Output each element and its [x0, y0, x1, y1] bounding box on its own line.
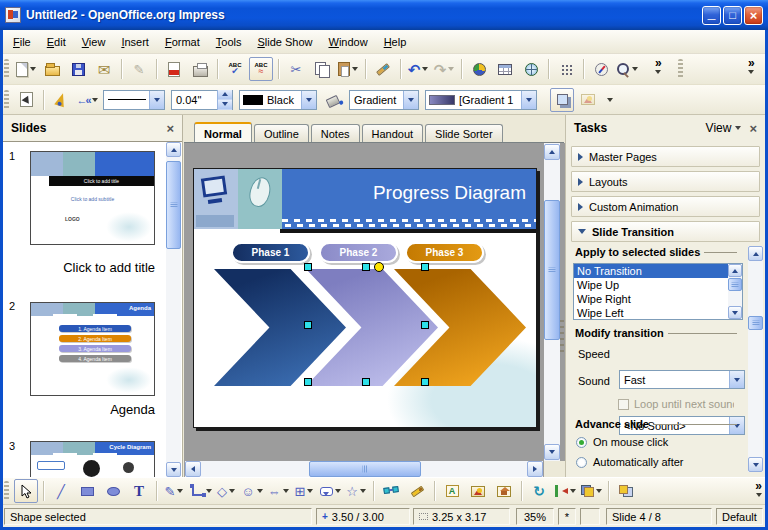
email-button[interactable]: ✉	[92, 57, 116, 81]
scroll-up-button[interactable]	[748, 246, 763, 261]
tab-outline[interactable]: Outline	[254, 124, 309, 142]
section-layouts[interactable]: Layouts	[571, 171, 760, 192]
line-style-select[interactable]	[103, 90, 165, 110]
select-arrow[interactable]	[403, 91, 418, 109]
selection-handle[interactable]	[421, 321, 429, 329]
rotate-button[interactable]: ↻	[527, 479, 551, 503]
save-button[interactable]	[66, 57, 90, 81]
toolbar-more-icon[interactable]	[607, 98, 613, 102]
undo-button[interactable]: ↶	[406, 57, 430, 81]
scroll-thumb[interactable]	[166, 161, 181, 249]
format-paintbrush-button[interactable]	[371, 57, 395, 81]
radio-automatically-after[interactable]	[576, 457, 587, 468]
workspace-vscrollbar[interactable]	[544, 143, 560, 461]
menu-format[interactable]: Format	[157, 32, 208, 52]
redo-button[interactable]: ↷	[432, 57, 456, 81]
symbol-shapes-button[interactable]: ☺	[240, 479, 264, 503]
spellcheck-button[interactable]: ABC✔	[223, 57, 247, 81]
list-scrollbar[interactable]	[728, 264, 742, 319]
selection-handle[interactable]	[304, 263, 312, 271]
callouts-button[interactable]	[318, 479, 342, 503]
zoom-button[interactable]	[615, 57, 639, 81]
maximize-button[interactable]: □	[723, 6, 742, 25]
menu-window[interactable]: Window	[321, 32, 376, 52]
line-tool-button[interactable]: ╱	[49, 479, 73, 503]
text-tool-button[interactable]: T	[127, 479, 151, 503]
toolbar-grip[interactable]	[4, 59, 9, 79]
menu-file[interactable]: File	[5, 32, 39, 52]
scroll-right-button[interactable]	[527, 461, 543, 477]
section-slide-transition[interactable]: Slide Transition	[571, 221, 760, 242]
insert-chart-button[interactable]	[467, 57, 491, 81]
speed-select[interactable]: Fast	[619, 370, 745, 389]
phase1-pill[interactable]: Phase 1	[231, 242, 310, 263]
toolbar-grip[interactable]	[4, 481, 9, 501]
select-arrow[interactable]	[149, 91, 164, 109]
line-button[interactable]	[49, 88, 73, 112]
edit-points-tool-button[interactable]	[379, 479, 403, 503]
scroll-down-button[interactable]	[166, 462, 181, 477]
open-button[interactable]	[40, 57, 64, 81]
display-grid-button[interactable]	[554, 57, 578, 81]
close-button[interactable]: ×	[744, 6, 763, 25]
scroll-up-button[interactable]	[728, 264, 742, 277]
tab-handout[interactable]: Handout	[362, 124, 424, 142]
transition-option-selected[interactable]: No Transition	[574, 264, 742, 278]
select-arrow[interactable]	[521, 91, 536, 109]
menu-edit[interactable]: Edit	[39, 32, 74, 52]
tab-normal[interactable]: Normal	[194, 122, 252, 142]
flowchart-button[interactable]: ⊞	[292, 479, 316, 503]
scroll-thumb[interactable]	[728, 278, 742, 291]
selection-handle[interactable]	[421, 378, 429, 386]
workspace-hscrollbar[interactable]	[185, 461, 543, 477]
slides-list[interactable]: 1 Click to add title Click to add subtit…	[3, 141, 182, 477]
menu-insert[interactable]: Insert	[113, 32, 157, 52]
scroll-down-button[interactable]	[748, 457, 763, 472]
slides-panel-close-icon[interactable]: ×	[166, 121, 174, 136]
basic-shapes-button[interactable]: ◇	[214, 479, 238, 503]
transition-option[interactable]: Wipe Left	[574, 306, 742, 320]
line-color-select[interactable]: Black	[239, 90, 317, 110]
tasks-view-button[interactable]: View	[706, 121, 742, 135]
tasks-scrollbar[interactable]	[748, 246, 763, 472]
selection-handle[interactable]	[362, 378, 370, 386]
zoom-level[interactable]: 35%	[516, 508, 554, 525]
edit-points-button[interactable]	[14, 88, 38, 112]
scroll-left-button[interactable]	[185, 461, 201, 477]
paste-button[interactable]	[336, 57, 360, 81]
advance-auto-row[interactable]: Automatically after	[576, 456, 683, 468]
spinner-buttons[interactable]	[217, 90, 232, 110]
stars-button[interactable]: ☆	[344, 479, 368, 503]
section-master-pages[interactable]: Master Pages	[571, 146, 760, 167]
select-tool-button[interactable]	[14, 479, 38, 503]
slide-3-thumbnail[interactable]: Cycle Diagram	[30, 441, 155, 477]
fill-gradient-select[interactable]: [Gradient 1	[425, 90, 537, 110]
panel-splitter[interactable]	[560, 320, 564, 356]
scroll-thumb[interactable]	[309, 461, 421, 477]
presentation-toolbar-overflow[interactable]: »	[748, 56, 755, 74]
slide-1-caption[interactable]: Click to add title	[30, 260, 155, 275]
slide-2-caption[interactable]: Agenda	[30, 402, 155, 417]
hyperlink-button[interactable]	[519, 57, 543, 81]
block-arrows-button[interactable]: ⇔	[266, 479, 290, 503]
toolbar-overflow[interactable]: »	[655, 56, 662, 74]
scroll-up-button[interactable]	[166, 142, 181, 157]
selection-handle[interactable]	[421, 263, 429, 271]
from-file-button[interactable]	[466, 479, 490, 503]
selection-handle[interactable]	[362, 263, 370, 271]
copy-button[interactable]	[310, 57, 334, 81]
radio-on-mouse-click[interactable]	[576, 437, 587, 448]
curve-tool-button[interactable]: ✎	[162, 479, 186, 503]
menu-view[interactable]: View	[74, 32, 114, 52]
transition-option[interactable]: Wipe Up	[574, 278, 742, 292]
scroll-down-button[interactable]	[544, 444, 560, 460]
select-arrow[interactable]	[301, 91, 316, 109]
toolbar-grip[interactable]	[4, 90, 9, 110]
ellipse-tool-button[interactable]	[101, 479, 125, 503]
menu-slideshow[interactable]: Slide Show	[249, 32, 320, 52]
fill-button[interactable]	[321, 88, 345, 112]
phase3-pill[interactable]: Phase 3	[405, 242, 484, 263]
minimize-button[interactable]: —	[702, 6, 721, 25]
navigator-button[interactable]	[589, 57, 613, 81]
glue-points-button[interactable]	[405, 479, 429, 503]
